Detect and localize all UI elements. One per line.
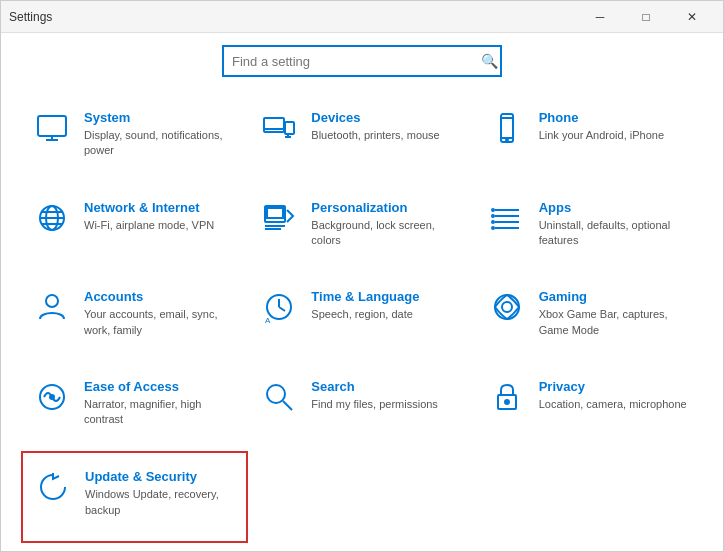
setting-text-network: Network & InternetWi-Fi, airplane mode, … [84, 200, 235, 233]
setting-item-privacy[interactable]: PrivacyLocation, camera, microphone [476, 362, 703, 452]
setting-desc-network: Wi-Fi, airplane mode, VPN [84, 218, 235, 233]
setting-item-phone[interactable]: PhoneLink your Android, iPhone [476, 93, 703, 183]
setting-item-ease[interactable]: Ease of AccessNarrator, magnifier, high … [21, 362, 248, 452]
setting-title-search: Search [311, 379, 462, 394]
setting-text-system: SystemDisplay, sound, notifications, pow… [84, 110, 235, 159]
personalization-icon [261, 200, 297, 236]
setting-title-personalization: Personalization [311, 200, 462, 215]
setting-desc-privacy: Location, camera, microphone [539, 397, 690, 412]
setting-desc-phone: Link your Android, iPhone [539, 128, 690, 143]
setting-title-devices: Devices [311, 110, 462, 125]
network-icon [34, 200, 70, 236]
ease-icon [34, 379, 70, 415]
time-icon: A [261, 289, 297, 325]
setting-desc-update: Windows Update, recovery, backup [85, 487, 234, 518]
svg-point-38 [267, 385, 285, 403]
apps-icon [489, 200, 525, 236]
svg-rect-18 [267, 208, 283, 218]
setting-item-time[interactable]: A Time & LanguageSpeech, region, date [248, 272, 475, 362]
setting-text-privacy: PrivacyLocation, camera, microphone [539, 379, 690, 412]
system-icon [34, 110, 70, 146]
gaming-icon [489, 289, 525, 325]
settings-window: Settings ─ □ ✕ 🔍 SystemDisplay, sound, n… [0, 0, 724, 552]
search-input[interactable] [222, 45, 502, 77]
setting-desc-devices: Bluetooth, printers, mouse [311, 128, 462, 143]
svg-point-11 [506, 139, 508, 141]
svg-rect-0 [38, 116, 66, 136]
setting-text-devices: DevicesBluetooth, printers, mouse [311, 110, 462, 143]
setting-text-personalization: PersonalizationBackground, lock screen, … [311, 200, 462, 249]
svg-line-39 [283, 401, 292, 410]
devices-icon [261, 110, 297, 146]
setting-title-time: Time & Language [311, 289, 462, 304]
setting-title-phone: Phone [539, 110, 690, 125]
setting-title-accounts: Accounts [84, 289, 235, 304]
setting-item-apps[interactable]: AppsUninstall, defaults, optional featur… [476, 183, 703, 273]
accounts-icon [34, 289, 70, 325]
setting-desc-accounts: Your accounts, email, sync, work, family [84, 307, 235, 338]
minimize-button[interactable]: ─ [577, 1, 623, 33]
setting-desc-time: Speech, region, date [311, 307, 462, 322]
setting-text-search: SearchFind my files, permissions [311, 379, 462, 412]
setting-desc-gaming: Xbox Game Bar, captures, Game Mode [539, 307, 690, 338]
window-controls: ─ □ ✕ [577, 1, 715, 33]
svg-point-41 [505, 400, 509, 404]
setting-title-network: Network & Internet [84, 200, 235, 215]
setting-item-update[interactable]: Update & SecurityWindows Update, recover… [21, 451, 248, 543]
svg-point-29 [46, 295, 58, 307]
setting-item-network[interactable]: Network & InternetWi-Fi, airplane mode, … [21, 183, 248, 273]
setting-desc-personalization: Background, lock screen, colors [311, 218, 462, 249]
setting-text-time: Time & LanguageSpeech, region, date [311, 289, 462, 322]
window-title: Settings [9, 10, 52, 24]
svg-point-34 [495, 295, 519, 319]
setting-text-ease: Ease of AccessNarrator, magnifier, high … [84, 379, 235, 428]
svg-line-32 [279, 307, 285, 311]
setting-desc-system: Display, sound, notifications, power [84, 128, 235, 159]
svg-rect-4 [285, 122, 294, 134]
update-icon [35, 469, 71, 505]
maximize-button[interactable]: □ [623, 1, 669, 33]
search-bar-container: 🔍 [1, 33, 723, 85]
setting-item-system[interactable]: SystemDisplay, sound, notifications, pow… [21, 93, 248, 183]
svg-text:A: A [265, 316, 271, 323]
setting-title-apps: Apps [539, 200, 690, 215]
svg-point-35 [502, 302, 512, 312]
setting-text-apps: AppsUninstall, defaults, optional featur… [539, 200, 690, 249]
settings-grid: SystemDisplay, sound, notifications, pow… [1, 85, 723, 551]
setting-text-phone: PhoneLink your Android, iPhone [539, 110, 690, 143]
setting-desc-ease: Narrator, magnifier, high contrast [84, 397, 235, 428]
setting-item-accounts[interactable]: AccountsYour accounts, email, sync, work… [21, 272, 248, 362]
privacy-icon [489, 379, 525, 415]
setting-title-update: Update & Security [85, 469, 234, 484]
setting-text-accounts: AccountsYour accounts, email, sync, work… [84, 289, 235, 338]
svg-point-37 [50, 395, 54, 399]
setting-desc-search: Find my files, permissions [311, 397, 462, 412]
setting-text-update: Update & SecurityWindows Update, recover… [85, 469, 234, 518]
setting-text-gaming: GamingXbox Game Bar, captures, Game Mode [539, 289, 690, 338]
search-icon-button[interactable]: 🔍 [481, 53, 498, 69]
setting-title-system: System [84, 110, 235, 125]
search-wrapper: 🔍 [222, 45, 502, 77]
setting-title-ease: Ease of Access [84, 379, 235, 394]
close-button[interactable]: ✕ [669, 1, 715, 33]
setting-item-search[interactable]: SearchFind my files, permissions [248, 362, 475, 452]
setting-item-gaming[interactable]: GamingXbox Game Bar, captures, Game Mode [476, 272, 703, 362]
setting-title-privacy: Privacy [539, 379, 690, 394]
setting-item-personalization[interactable]: PersonalizationBackground, lock screen, … [248, 183, 475, 273]
search-icon [261, 379, 297, 415]
setting-item-devices[interactable]: DevicesBluetooth, printers, mouse [248, 93, 475, 183]
setting-desc-apps: Uninstall, defaults, optional features [539, 218, 690, 249]
setting-title-gaming: Gaming [539, 289, 690, 304]
title-bar: Settings ─ □ ✕ [1, 1, 723, 33]
phone-icon [489, 110, 525, 146]
